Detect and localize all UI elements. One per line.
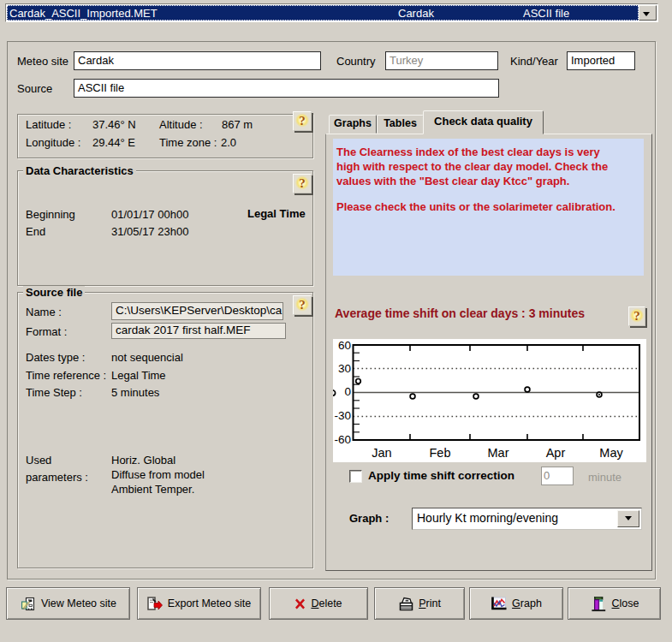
svg-text:60: 60 bbox=[338, 339, 351, 352]
svg-text:May: May bbox=[599, 446, 623, 460]
svg-text:-30: -30 bbox=[334, 409, 351, 422]
svg-text:Feb: Feb bbox=[430, 446, 451, 460]
svg-text:-60: -60 bbox=[334, 433, 351, 446]
svg-text:Jan: Jan bbox=[372, 446, 391, 460]
svg-text:0: 0 bbox=[344, 385, 351, 398]
svg-text:30: 30 bbox=[338, 362, 351, 375]
svg-text:Apr: Apr bbox=[546, 446, 566, 460]
svg-text:Mar: Mar bbox=[488, 446, 509, 460]
